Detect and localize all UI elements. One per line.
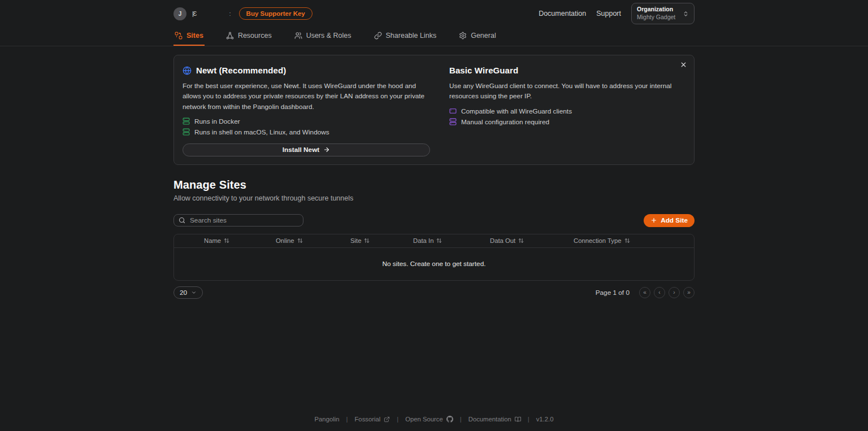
footer-fossorial-label: Fossorial xyxy=(354,416,380,423)
tab-resources[interactable]: Resources xyxy=(225,32,273,46)
first-page-button[interactable]: « xyxy=(639,287,650,298)
newt-column: Newt (Recommended) For the best user exp… xyxy=(183,63,430,156)
primary-tabbar: Sites Resources Users & Roles Shareable … xyxy=(0,27,868,46)
book-icon xyxy=(515,416,521,423)
next-page-button[interactable]: › xyxy=(669,287,680,298)
close-icon[interactable] xyxy=(679,60,688,69)
footer-divider: | xyxy=(528,416,530,423)
feature-label: Compatible with all WireGuard clients xyxy=(461,107,572,115)
server-icon xyxy=(449,107,457,115)
column-header-name[interactable]: Name xyxy=(204,237,276,244)
organization-label: Organization xyxy=(637,6,675,14)
avatar[interactable]: J xyxy=(173,7,186,20)
install-newt-label: Install Newt xyxy=(283,146,320,154)
footer-documentation-link[interactable]: Documentation xyxy=(468,416,521,423)
footer-documentation-label: Documentation xyxy=(468,416,511,423)
footer-divider: | xyxy=(346,416,348,423)
column-label: Site xyxy=(350,237,361,244)
server-icon xyxy=(183,128,190,136)
chevrons-up-down-icon xyxy=(683,11,689,17)
search-input[interactable] xyxy=(173,214,303,227)
arrow-right-icon xyxy=(323,146,330,153)
page-title: Manage Sites xyxy=(173,179,695,191)
tab-sites[interactable]: Sites xyxy=(173,32,205,46)
waypoints-icon xyxy=(226,32,234,40)
users-icon xyxy=(294,32,302,40)
newt-description: For the best user experience, use Newt. … xyxy=(183,81,430,112)
support-link[interactable]: Support xyxy=(596,10,621,18)
server-icon xyxy=(449,118,457,125)
install-newt-button[interactable]: Install Newt xyxy=(183,143,430,156)
column-label: Data Out xyxy=(490,237,515,244)
tab-label: Users & Roles xyxy=(306,32,351,40)
sort-icon xyxy=(624,238,630,243)
column-header-data-out[interactable]: Data Out xyxy=(490,237,574,244)
column-label: Name xyxy=(204,237,221,244)
buy-supporter-key-button[interactable]: Buy Supporter Key xyxy=(239,7,313,20)
footer-open-source-label: Open Source xyxy=(405,416,443,423)
page-subtitle: Allow connectivity to your network throu… xyxy=(173,194,695,202)
organization-selector[interactable]: Organization Mighty Gadget xyxy=(631,3,695,24)
previous-page-button[interactable]: ‹ xyxy=(654,287,665,298)
main-content: Newt (Recommended) For the best user exp… xyxy=(173,55,695,299)
column-header-data-in[interactable]: Data In xyxy=(413,237,490,244)
wireguard-feature: Compatible with all WireGuard clients xyxy=(449,107,685,115)
newt-feature: Runs in shell on macOS, Linux, and Windo… xyxy=(183,128,430,136)
footer-divider: | xyxy=(460,416,462,423)
wireguard-feature: Manual configuration required xyxy=(449,118,685,126)
footer-app-name: Pangolin xyxy=(315,416,340,423)
gear-icon xyxy=(459,32,467,40)
globe-icon xyxy=(183,66,192,75)
connection-methods-card: Newt (Recommended) For the best user exp… xyxy=(173,55,695,165)
feature-label: Runs in shell on macOS, Linux, and Windo… xyxy=(194,128,329,136)
page-info: Page 1 of 0 xyxy=(596,289,630,297)
top-header: J |Ɛ : Buy Supporter Key Documentation S… xyxy=(0,0,868,27)
tab-label: Sites xyxy=(186,32,203,40)
github-icon xyxy=(446,416,453,423)
column-header-online[interactable]: Online xyxy=(276,237,350,244)
footer-fossorial-link[interactable]: Fossorial xyxy=(354,416,390,423)
footer-open-source-link[interactable]: Open Source xyxy=(405,416,453,423)
newt-title: Newt (Recommended) xyxy=(196,66,286,75)
column-label: Connection Type xyxy=(574,237,622,244)
tab-label: Resources xyxy=(238,32,272,40)
organization-value: Mighty Gadget xyxy=(637,14,675,21)
column-header-site[interactable]: Site xyxy=(350,237,413,244)
footer-version: v1.2.0 xyxy=(536,416,554,423)
feature-label: Manual configuration required xyxy=(461,118,549,126)
tab-users-roles[interactable]: Users & Roles xyxy=(293,32,353,46)
newt-feature: Runs in Docker xyxy=(183,117,430,125)
tab-label: Shareable Links xyxy=(386,32,437,40)
sites-table: Name Online Site Data In Data Out Connec… xyxy=(173,234,695,281)
column-header-connection-type[interactable]: Connection Type xyxy=(574,237,694,244)
sort-icon xyxy=(224,238,229,243)
sort-icon xyxy=(364,238,370,243)
add-site-button[interactable]: Add Site xyxy=(644,214,695,227)
search-icon xyxy=(179,217,185,224)
page-size-select[interactable]: 20 xyxy=(173,286,203,299)
column-label: Online xyxy=(276,237,294,244)
page-size-value: 20 xyxy=(180,289,187,297)
column-label: Data In xyxy=(413,237,433,244)
tab-shareable-links[interactable]: Shareable Links xyxy=(373,32,438,46)
external-link-icon xyxy=(384,416,390,423)
empty-state-message: No sites. Create one to get started. xyxy=(174,248,694,280)
link-icon xyxy=(374,32,382,40)
user-badge-glyph: |Ɛ xyxy=(192,10,197,17)
tab-general[interactable]: General xyxy=(458,32,497,46)
header-separator: : xyxy=(229,10,231,17)
sort-icon xyxy=(297,238,303,243)
wireguard-column: Basic WireGuard Use any WireGuard client… xyxy=(449,63,685,156)
chevron-down-icon xyxy=(191,290,197,295)
sort-icon xyxy=(518,238,524,243)
sort-icon xyxy=(436,238,442,243)
plus-icon xyxy=(650,217,657,224)
last-page-button[interactable]: » xyxy=(683,287,695,298)
add-site-label: Add Site xyxy=(661,216,688,224)
documentation-link[interactable]: Documentation xyxy=(539,10,586,18)
table-header-row: Name Online Site Data In Data Out Connec… xyxy=(174,234,694,248)
pagination-row: 20 Page 1 of 0 « ‹ › » xyxy=(173,286,695,299)
tab-label: General xyxy=(471,32,496,40)
page-footer: Pangolin | Fossorial | Open Source | Doc… xyxy=(0,416,868,423)
search-container xyxy=(173,214,303,227)
